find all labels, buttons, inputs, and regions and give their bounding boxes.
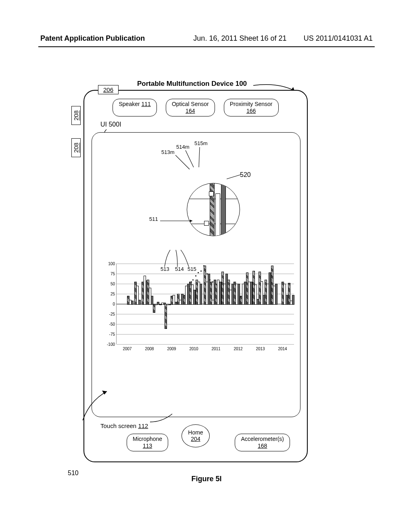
accelerometer-pill: Accelerometer(s) 168 [235,434,290,451]
chart-bar [131,301,133,305]
x-tick-label: 2013 [256,347,265,351]
bar-chart[interactable]: -100-75-50-25025507510020072008200920102… [102,264,294,352]
y-tick-label: 25 [111,292,115,296]
page-header: Patent Application Publication Jun. 16, … [0,34,413,43]
figure-label: Figure 5I [0,475,413,483]
bar-group [183,264,189,344]
bar-group [127,264,133,344]
leader-511 [160,218,196,224]
ref-208-top: 208 [71,106,81,125]
scatter-point [200,270,202,272]
ref-206: 206 [98,85,119,94]
speaker-ref: 111 [142,101,151,107]
header-middle: Jun. 16, 2011 Sheet 16 of 21 [193,34,286,43]
x-tick-label: 2007 [123,347,131,351]
leaders-513-515 [161,250,194,268]
ref-208-bottom: 208 [71,138,81,157]
scatter-point [191,281,192,283]
chart-plot-area [116,264,294,344]
bar-group [227,264,233,344]
mag-marker-top [209,191,214,196]
touch-leader [150,413,174,423]
scatter-point [212,281,213,283]
x-tick-label: 2008 [145,347,154,351]
magnifier-lens [187,183,240,236]
y-tick-label: -75 [109,332,115,337]
y-tick-label: 50 [111,282,115,286]
chart-gridline [117,344,294,345]
proximity-label: Proximity Sensor [230,101,273,107]
x-tick-label: 2009 [167,347,176,351]
bar-group [221,264,227,344]
bar-group [171,264,176,344]
bar-group [265,264,270,344]
bar-group [215,264,221,344]
bar-group [142,264,147,344]
mag-bar-514 [215,193,220,236]
bar-group [165,264,170,344]
bar-group [282,264,287,344]
x-tick-label: 2014 [278,347,287,351]
bar-group [159,264,165,344]
x-tick-label: 2010 [189,347,198,351]
optical-pill: Optical Sensor 164 [166,99,215,116]
ref-511: 511 [149,216,158,222]
proximity-ref: 166 [246,108,256,114]
y-tick-label: -100 [107,342,115,347]
y-tick-label: 100 [108,262,115,266]
header-rule [38,46,375,47]
bar-group [189,264,195,344]
bar-group [196,264,201,344]
scatter-point [195,275,196,276]
bar-group [234,264,239,344]
chart-bar [292,295,294,305]
mag-marker-bot [204,221,209,226]
accel-label: Accelerometer(s) [241,436,284,442]
mic-ref: 113 [143,443,152,449]
y-tick-label: 75 [111,272,115,276]
accel-ref: 168 [258,443,267,449]
ref-513m: 513m [161,149,175,155]
bar-group [177,264,183,344]
scatter-point [203,265,204,266]
leader-520 [226,173,242,181]
chart-bar [165,304,167,329]
microphone-pill: Microphone 113 [127,434,168,451]
home-button[interactable]: Home 204 [181,424,210,447]
x-tick-label: 2012 [234,347,242,351]
y-tick-label: -50 [109,322,115,326]
header-left: Patent Application Publication [40,34,145,43]
ui-label: UI 500I [100,121,121,128]
bar-group [271,264,277,344]
sensor-row: Speaker 111 Optical Sensor 164 Proximity… [84,99,307,116]
scatter-point [209,279,211,281]
chart-bar [200,284,202,305]
chart-bar [153,304,155,313]
bar-group [134,264,140,344]
speaker-pill: Speaker 111 [113,99,156,116]
bar-group [288,264,294,344]
touch-screen-label: Touch screen 112 [100,422,148,429]
x-tick-label: 2011 [211,347,220,351]
y-tick-label: 0 [113,302,115,306]
touch-ref: 112 [138,422,148,429]
chart-bar [138,300,141,305]
speaker-label: Speaker [119,101,140,107]
bar-group [246,264,252,344]
touch-screen[interactable]: -100-75-50-25025507510020072008200920102… [92,132,300,417]
y-tick-label: -25 [109,312,115,316]
mic-label: Microphone [133,436,162,442]
leaders-513m-515m [175,147,208,171]
bar-group [147,264,152,344]
optical-ref: 164 [186,108,195,114]
proximity-pill: Proximity Sensor 166 [224,99,279,116]
home-label: Home [188,430,203,436]
bar-group [252,264,258,344]
chart-bar [275,284,277,305]
bar-group [240,264,246,344]
bar-group [153,264,159,344]
mag-bar-515 [221,183,226,236]
gesture-arrow-icon [79,389,112,421]
header-right: US 2011/0141031 A1 [304,34,373,43]
bar-group [210,264,215,344]
